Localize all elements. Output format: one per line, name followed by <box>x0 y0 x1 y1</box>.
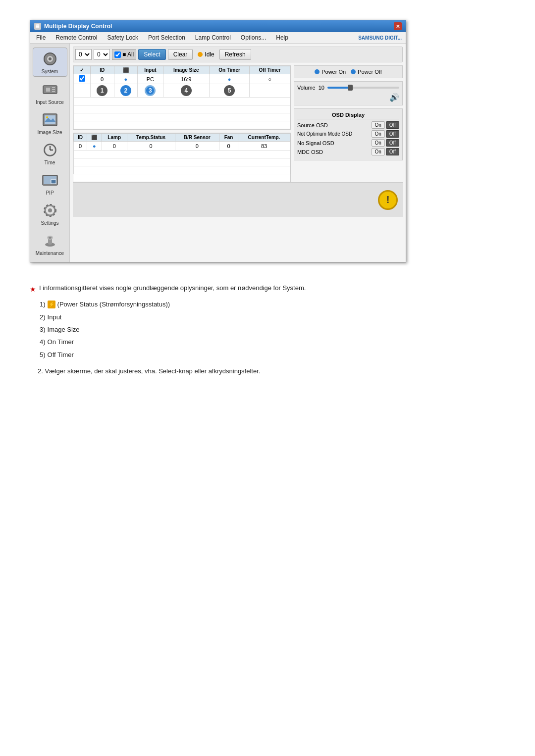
osd-row-not-optimum: Not Optimum Mode OSD On Off <box>297 130 399 138</box>
svg-point-19 <box>48 208 52 212</box>
power-on-radio[interactable] <box>315 69 320 74</box>
image-icon <box>41 111 59 129</box>
window-icon: 🖥 <box>34 23 41 30</box>
osd-no-signal-on[interactable]: On <box>372 139 385 147</box>
osd-mdc-off[interactable]: Off <box>386 148 399 155</box>
grid-area: ✓ ID ⬛ Input Image Size On Timer Off Tim… <box>73 65 403 182</box>
clear-button[interactable]: Clear <box>168 49 193 60</box>
cell-on-timer: ● <box>209 74 249 84</box>
id-select-1[interactable]: 0 <box>75 49 92 60</box>
menu-safety-lock[interactable]: Safety Lock <box>105 33 140 42</box>
main-content: System Input Source <box>30 44 406 262</box>
sub-num-4: 4) <box>40 336 46 348</box>
sub-text-5: Off Timer <box>48 349 74 360</box>
menu-port-selection[interactable]: Port Selection <box>146 33 187 42</box>
power-off-label: Power Off <box>358 69 382 75</box>
lower-col-fan: Fan <box>219 134 238 142</box>
col-off-timer: Off Timer <box>250 66 290 74</box>
pip-icon <box>41 171 59 189</box>
title-bar: 🖥 Multiple Display Control ✕ <box>30 20 406 32</box>
volume-thumb[interactable] <box>348 85 353 91</box>
id-select-2[interactable]: 0 <box>94 49 110 60</box>
osd-not-optimum-on[interactable]: On <box>372 130 385 138</box>
lower-empty-3 <box>74 166 290 174</box>
col-image-size: Image Size <box>163 66 209 74</box>
osd-no-signal-label: No Signal OSD <box>297 140 334 146</box>
menu-file[interactable]: File <box>34 33 48 42</box>
row-checkbox[interactable] <box>79 75 85 82</box>
badge-5: 5 <box>209 84 249 98</box>
refresh-button[interactable]: Refresh <box>219 49 251 60</box>
osd-source-off[interactable]: Off <box>386 121 399 129</box>
lower-col-current-temp: CurrentTemp. <box>238 134 290 142</box>
warning-icon: ! <box>378 190 398 210</box>
power-off-group[interactable]: Power Off <box>351 69 382 75</box>
osd-source-on[interactable]: On <box>372 121 385 129</box>
sidebar-item-system[interactable]: System <box>33 48 67 77</box>
status-indicator: Idle <box>195 51 217 58</box>
svg-point-25 <box>49 237 52 239</box>
sidebar-item-maintenance[interactable]: Maintenance <box>33 230 67 258</box>
lower-cell-power: ● <box>87 142 102 151</box>
maintenance-icon <box>41 232 59 250</box>
svg-rect-4 <box>46 88 50 92</box>
osd-source-label: Source OSD <box>297 122 328 128</box>
osd-source-buttons: On Off <box>372 121 400 129</box>
upper-table: ✓ ID ⬛ Input Image Size On Timer Off Tim… <box>73 66 290 129</box>
sidebar-label-input-source: Input Source <box>36 100 64 105</box>
osd-not-optimum-off[interactable]: Off <box>386 130 399 138</box>
cell-check[interactable] <box>74 74 91 84</box>
sidebar-item-image-size[interactable]: Image Size <box>33 109 67 137</box>
sub-item-3: 3) Image Size <box>40 324 306 335</box>
menu-lamp-control[interactable]: Lamp Control <box>193 33 233 42</box>
input-icon <box>41 81 59 99</box>
lower-col-id: ID <box>74 134 87 142</box>
all-label: ■ All <box>122 51 134 58</box>
sidebar-item-time[interactable]: Time <box>33 139 67 167</box>
sub-text-3: Image Size <box>48 324 80 335</box>
badge-empty <box>250 84 290 98</box>
toolbar: 0 0 ■ All Select Clear Idle Ref <box>73 47 403 62</box>
star-symbol: ★ <box>30 283 36 296</box>
col-power: ⬛ <box>114 66 138 74</box>
sidebar: System Input Source <box>30 44 70 262</box>
badge-1: 1 <box>90 84 114 98</box>
osd-no-signal-buttons: On Off <box>372 139 400 147</box>
volume-panel: Volume 10 🔊 <box>294 81 403 105</box>
select-button[interactable]: Select <box>138 49 165 60</box>
svg-point-11 <box>46 116 48 118</box>
lower-col-br-sensor: B/R Sensor <box>175 134 219 142</box>
all-checkbox[interactable] <box>114 51 121 58</box>
sub-num-3: 3) <box>40 324 46 335</box>
osd-mdc-on[interactable]: On <box>372 148 385 155</box>
sidebar-label-pip: PIP <box>46 190 54 196</box>
col-input: Input <box>138 66 163 74</box>
volume-slider[interactable] <box>327 87 399 89</box>
cell-image-size: 16:9 <box>163 74 209 84</box>
sidebar-label-time: Time <box>45 160 55 165</box>
cell-power: ● <box>114 74 138 84</box>
menu-options[interactable]: Options... <box>239 33 268 42</box>
badge-check <box>74 84 91 98</box>
svg-point-2 <box>49 57 52 60</box>
star-item: ★ I informationsgitteret vises nogle gru… <box>30 282 306 296</box>
empty-row-2 <box>74 105 290 113</box>
sidebar-item-pip[interactable]: PIP <box>33 169 67 198</box>
power-status-icon: ⚡ <box>48 301 55 308</box>
power-on-group[interactable]: Power On <box>315 69 346 75</box>
sidebar-item-input-source[interactable]: Input Source <box>33 79 67 107</box>
osd-row-source: Source OSD On Off <box>297 121 399 129</box>
menu-help[interactable]: Help <box>274 33 290 42</box>
osd-no-signal-off[interactable]: Off <box>386 139 399 147</box>
lower-col-power: ⬛ <box>87 134 102 142</box>
power-off-radio[interactable] <box>351 69 356 74</box>
lower-table-row[interactable]: 0 ● 0 0 0 0 83 <box>74 142 290 151</box>
all-checkbox-label[interactable]: ■ All <box>112 49 136 60</box>
col-id: ID <box>90 66 114 74</box>
table-row[interactable]: 0 ● PC 16:9 ● ○ <box>74 74 290 84</box>
menu-remote-control[interactable]: Remote Control <box>54 33 99 42</box>
sidebar-item-settings[interactable]: Settings <box>33 200 67 228</box>
status-dot <box>198 52 203 57</box>
close-button[interactable]: ✕ <box>394 22 402 30</box>
body-text: ★ I informationsgitteret vises nogle gru… <box>30 277 306 382</box>
